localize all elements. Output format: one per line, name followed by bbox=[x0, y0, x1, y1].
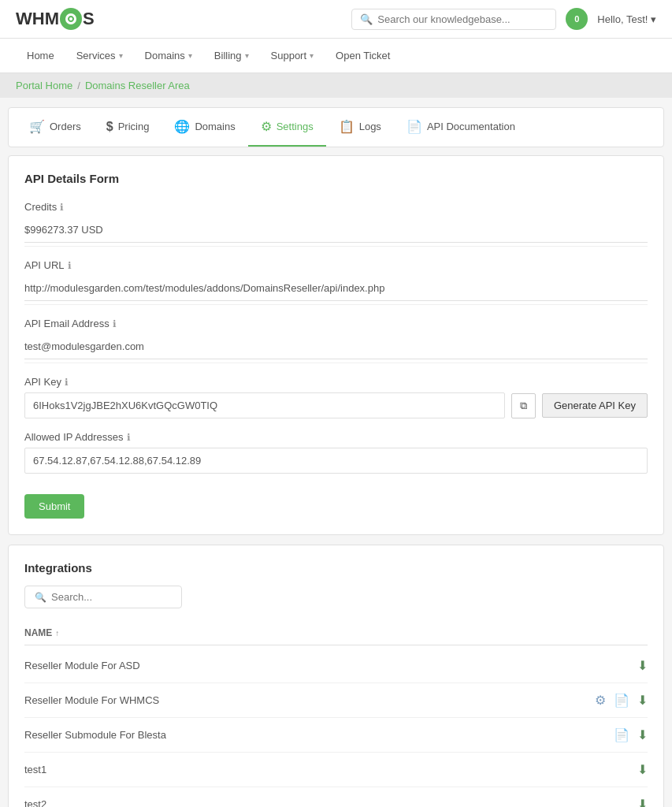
integrations-search-icon: 🔍 bbox=[35, 592, 46, 603]
nav-services[interactable]: Services ▾ bbox=[65, 39, 134, 73]
col-name-header[interactable]: NAME ↑ bbox=[24, 627, 648, 638]
cart-button[interactable]: 0 bbox=[566, 8, 588, 30]
support-arrow: ▾ bbox=[310, 51, 314, 60]
copy-api-key-button[interactable]: ⧉ bbox=[511, 393, 536, 418]
services-arrow: ▾ bbox=[119, 51, 123, 60]
breadcrumb-home[interactable]: Portal Home bbox=[16, 80, 72, 91]
svg-point-1 bbox=[69, 17, 72, 20]
row-actions: 📄 ⬇ bbox=[614, 727, 648, 742]
download-icon[interactable]: ⬇ bbox=[637, 693, 648, 708]
generate-api-key-button[interactable]: Generate API Key bbox=[542, 393, 648, 418]
download-icon[interactable]: ⬇ bbox=[637, 727, 648, 742]
content-area: API Details Form Credits ℹ API URL ℹ API… bbox=[8, 155, 664, 807]
integration-name: Reseller Module For WHMCS bbox=[24, 694, 595, 706]
main-nav: Home Services ▾ Domains ▾ Billing ▾ Supp… bbox=[0, 39, 672, 73]
row-actions: ⬇ bbox=[637, 658, 648, 673]
api-url-group: API URL ℹ bbox=[24, 259, 648, 305]
api-key-input[interactable] bbox=[24, 392, 505, 418]
allowed-ip-input[interactable] bbox=[24, 448, 648, 474]
api-form-card: API Details Form Credits ℹ API URL ℹ API… bbox=[8, 155, 664, 535]
table-row: test2 ⬇ bbox=[24, 787, 648, 807]
allowed-ip-group: Allowed IP Addresses ℹ bbox=[24, 431, 648, 474]
sort-arrow-icon: ↑ bbox=[55, 629, 59, 638]
nav-support[interactable]: Support ▾ bbox=[260, 39, 325, 73]
api-email-group: API Email Address ℹ bbox=[24, 318, 648, 363]
api-email-label: API Email Address ℹ bbox=[24, 318, 648, 329]
row-actions: ⬇ bbox=[637, 762, 648, 777]
billing-arrow: ▾ bbox=[245, 51, 249, 60]
download-icon[interactable]: ⬇ bbox=[637, 797, 648, 807]
doc-icon[interactable]: 📄 bbox=[614, 727, 629, 742]
nav-open-ticket[interactable]: Open Ticket bbox=[325, 39, 401, 73]
credits-help-icon[interactable]: ℹ bbox=[60, 202, 64, 213]
integrations-search-box[interactable]: 🔍 bbox=[24, 586, 182, 608]
integrations-search-input[interactable] bbox=[51, 591, 172, 603]
api-url-label: API URL ℹ bbox=[24, 259, 648, 271]
breadcrumb-separator: / bbox=[77, 80, 80, 91]
dollar-tab-icon: $ bbox=[106, 120, 113, 134]
globe-tab-icon: 🌐 bbox=[174, 119, 190, 134]
tab-pricing[interactable]: $ Pricing bbox=[94, 109, 162, 147]
table-header: NAME ↑ bbox=[24, 621, 648, 645]
allowed-ip-help-icon[interactable]: ℹ bbox=[127, 432, 131, 443]
tabs-section: 🛒 Orders $ Pricing 🌐 Domains ⚙ Settings … bbox=[8, 107, 664, 147]
doc-icon[interactable]: 📄 bbox=[614, 693, 629, 708]
tab-logs-label: Logs bbox=[359, 121, 381, 132]
api-url-input[interactable] bbox=[24, 276, 648, 301]
nav-domains[interactable]: Domains ▾ bbox=[134, 39, 203, 73]
credits-group: Credits ℹ bbox=[24, 201, 648, 247]
logo: WHM S bbox=[16, 8, 95, 30]
tab-settings[interactable]: ⚙ Settings bbox=[248, 108, 326, 147]
cart-badge: 0 bbox=[566, 8, 588, 30]
api-url-help-icon[interactable]: ℹ bbox=[68, 260, 72, 271]
table-row: Reseller Module For WHMCS ⚙ 📄 ⬇ bbox=[24, 683, 648, 718]
download-icon[interactable]: ⬇ bbox=[637, 658, 648, 673]
search-icon: 🔍 bbox=[360, 13, 373, 25]
logo-text-after: S bbox=[83, 9, 95, 29]
api-key-help-icon[interactable]: ℹ bbox=[65, 377, 69, 388]
integration-name: test2 bbox=[24, 798, 637, 807]
gear-tab-icon: ⚙ bbox=[261, 119, 272, 134]
logo-text: WHM bbox=[16, 9, 59, 29]
knowledge-search-input[interactable] bbox=[377, 13, 548, 25]
tab-orders-label: Orders bbox=[50, 121, 81, 132]
header-right: 🔍 0 Hello, Test! ▾ bbox=[351, 8, 656, 30]
integration-name: Reseller Module For ASD bbox=[24, 660, 637, 671]
api-key-label: API Key ℹ bbox=[24, 376, 648, 388]
logs-tab-icon: 📋 bbox=[339, 119, 355, 134]
search-box[interactable]: 🔍 bbox=[351, 9, 556, 30]
breadcrumb: Portal Home / Domains Reseller Area bbox=[0, 73, 672, 98]
user-greeting[interactable]: Hello, Test! ▾ bbox=[597, 13, 656, 25]
nav-billing[interactable]: Billing ▾ bbox=[203, 39, 260, 73]
doc-tab-icon: 📄 bbox=[407, 119, 422, 134]
api-email-help-icon[interactable]: ℹ bbox=[113, 318, 117, 329]
table-row: Reseller Submodule For Blesta 📄 ⬇ bbox=[24, 718, 648, 753]
tab-api-docs[interactable]: 📄 API Documentation bbox=[394, 108, 528, 147]
nav-home[interactable]: Home bbox=[16, 39, 65, 73]
integration-name: Reseller Submodule For Blesta bbox=[24, 729, 614, 741]
download-icon[interactable]: ⬇ bbox=[637, 762, 648, 777]
integrations-title: Integrations bbox=[24, 561, 648, 575]
tab-logs[interactable]: 📋 Logs bbox=[326, 108, 394, 147]
submit-button[interactable]: Submit bbox=[24, 494, 84, 519]
logo-icon bbox=[60, 8, 82, 30]
api-form-title: API Details Form bbox=[24, 172, 648, 185]
tab-orders[interactable]: 🛒 Orders bbox=[17, 108, 94, 147]
row-actions: ⚙ 📄 ⬇ bbox=[595, 693, 648, 708]
tab-api-docs-label: API Documentation bbox=[427, 121, 515, 132]
table-row: Reseller Module For ASD ⬇ bbox=[24, 649, 648, 683]
row-actions: ⬇ bbox=[637, 797, 648, 807]
cart-tab-icon: 🛒 bbox=[29, 119, 45, 134]
tab-domains-label: Domains bbox=[195, 121, 235, 132]
credits-input[interactable] bbox=[24, 218, 648, 243]
integration-name: test1 bbox=[24, 764, 637, 775]
tab-settings-label: Settings bbox=[277, 121, 314, 132]
api-email-input[interactable] bbox=[24, 334, 648, 359]
tab-domains[interactable]: 🌐 Domains bbox=[162, 108, 247, 147]
nav-left: Home Services ▾ Domains ▾ Billing ▾ Supp… bbox=[16, 39, 401, 73]
breadcrumb-current: Domains Reseller Area bbox=[85, 80, 190, 91]
allowed-ip-label: Allowed IP Addresses ℹ bbox=[24, 431, 648, 443]
integrations-card: Integrations 🔍 NAME ↑ Reseller Module Fo… bbox=[8, 545, 664, 807]
api-key-row: ⧉ Generate API Key bbox=[24, 392, 648, 418]
settings-icon[interactable]: ⚙ bbox=[595, 693, 606, 708]
